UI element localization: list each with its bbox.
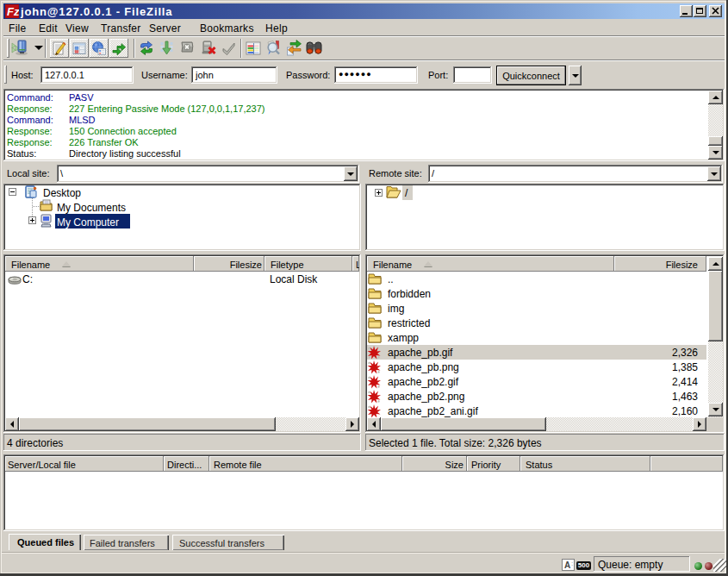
svg-text:Fz: Fz [7, 5, 19, 18]
